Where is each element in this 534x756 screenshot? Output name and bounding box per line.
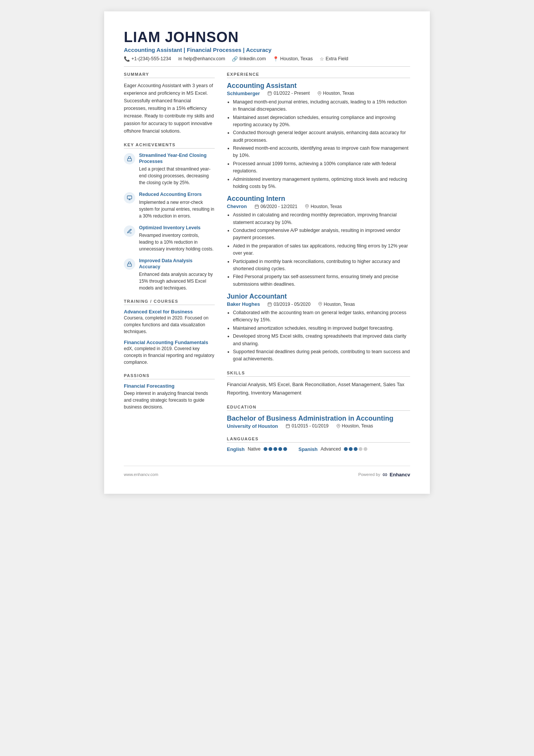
achievement-icon [124,258,135,270]
bullet: Aided in the preparation of sales tax ap… [233,243,410,257]
languages-label: LANGUAGES [227,437,410,443]
filled-dot [264,447,267,451]
education-list: Bachelor of Business Administration in A… [227,415,410,429]
achievement-icon [124,153,135,164]
svg-rect-8 [255,205,258,208]
bullet: Participated in monthly bank reconciliat… [233,258,410,273]
achievement-item: Streamlined Year-End Closing Processes L… [124,152,215,186]
filled-dot [344,447,348,451]
achievements-list: Streamlined Year-End Closing Processes L… [124,152,215,292]
job-date: 01/2022 - Present [267,91,309,96]
course-desc: Coursera, completed in 2020. Focused on … [124,315,215,335]
language-item: English Native [227,446,287,452]
candidate-title: Accounting Assistant | Financial Process… [124,47,410,53]
job-meta: Chevron 06/2020 - 12/2021 Houston, Texas [227,203,410,209]
languages-list: English Native Spanish Advanced [227,446,410,452]
right-column: EXPERIENCE Accounting Assistant Schlumbe… [227,72,410,452]
footer-powered: Powered by ∞ Enhancv [358,471,410,479]
bullet: Filed Personal property tax self-assessm… [233,273,410,288]
job-bullets: Collaborated with the accounting team on… [227,309,410,363]
passion-desc: Deep interest in analyzing financial tre… [124,390,215,410]
phone-contact: 📞 +1-(234)-555-1234 [124,56,171,62]
achievement-item: Improved Data Analysis Accuracy Enhanced… [124,258,215,292]
star-icon: ☆ [320,56,324,62]
lang-level: Native [248,446,261,452]
achievement-title: Reduced Accounting Errors [139,191,215,197]
lang-dots [344,447,367,451]
education-label: EDUCATION [227,405,410,411]
filled-dot [354,447,358,451]
email-icon: ✉ [178,56,182,62]
svg-point-7 [319,92,320,94]
bullet: Managed month-end journal entries, inclu… [233,99,410,113]
job-title: Junior Accountant [227,293,410,301]
achievement-desc: Revamped inventory controls, leading to … [139,232,215,252]
edu-school: University of Houston [227,423,278,429]
summary-text: Eager Accounting Assistant with 3 years … [124,82,215,135]
filled-dot [349,447,353,451]
achievement-title: Improved Data Analysis Accuracy [139,258,215,270]
experience-list: Accounting Assistant Schlumberger 01/202… [227,82,410,363]
skills-text: Financial Analysis, MS Excel, Bank Recon… [227,380,410,397]
bullet: Developed strong MS Excel skills, creati… [233,333,410,347]
course-title: Financial Accounting Fundamentals [124,340,215,345]
language-item: Spanish Advanced [298,446,367,452]
achievement-item: Optimized Inventory Levels Revamped inve… [124,225,215,252]
experience-label: EXPERIENCE [227,72,410,78]
linkedin-icon: 🔗 [232,56,238,62]
body-columns: SUMMARY Eager Accounting Assistant with … [124,72,410,452]
course-item: Advanced Excel for Business Coursera, co… [124,309,215,335]
lang-name: English [227,446,245,452]
svg-rect-2 [128,264,132,266]
job-meta: Schlumberger 01/2022 - Present Houston, … [227,91,410,96]
filled-dot [278,447,282,451]
job-location: Houston, Texas [305,204,342,209]
brand-logo-icon: ∞ [383,471,387,479]
linkedin-value: linkedin.com [239,56,265,61]
job-company: Chevron [227,203,247,209]
page-footer: www.enhancv.com Powered by ∞ Enhancv [124,466,410,479]
job-title: Accounting Assistant [227,82,410,90]
svg-point-17 [320,303,321,304]
svg-point-22 [338,425,339,426]
edu-meta: University of Houston 01/2015 - 01/2019 … [227,423,410,429]
candidate-name: LIAM JOHNSON [124,30,410,45]
training-list: Advanced Excel for Business Coursera, co… [124,309,215,366]
empty-dot [359,447,362,451]
powered-by-text: Powered by [358,472,380,477]
header-section: LIAM JOHNSON Accounting Assistant | Fina… [124,30,410,62]
skills-label: SKILLS [227,371,410,377]
email-contact: ✉ help@enhancv.com [178,56,225,62]
email-value: help@enhancv.com [184,56,225,61]
bullet: Maintained asset depreciation schedules,… [233,114,410,129]
passions-list: Financial Forecasting Deep interest in a… [124,383,215,410]
achievement-item: Reduced Accounting Errors Implemented a … [124,191,215,219]
achievement-desc: Enhanced data analysis accuracy by 15% t… [139,271,215,291]
resume-page: LIAM JOHNSON Accounting Assistant | Fina… [104,11,430,494]
job-block: Junior Accountant Baker Hughes 03/2019 -… [227,293,410,363]
passion-title: Financial Forecasting [124,383,215,389]
achievement-title: Streamlined Year-End Closing Processes [139,152,215,165]
bullet: Conducted thorough general ledger accoun… [233,129,410,144]
svg-rect-0 [128,158,132,161]
location-icon: 📍 [273,56,279,62]
job-block: Accounting Intern Chevron 06/2020 - 12/2… [227,195,410,288]
job-date: 06/2020 - 12/2021 [255,204,297,209]
achievements-label: KEY ACHIEVEMENTS [124,142,215,149]
job-location: Houston, Texas [318,302,355,307]
lang-level: Advanced [321,446,341,452]
svg-rect-1 [127,196,132,199]
left-column: SUMMARY Eager Accounting Assistant with … [124,72,215,452]
bullet: Reviewed month-end accounts, identifying… [233,145,410,160]
bullet: Assisted in calculating and recording mo… [233,211,410,226]
job-bullets: Assisted in calculating and recording mo… [227,211,410,288]
course-item: Financial Accounting Fundamentals edX, c… [124,340,215,366]
lang-name: Spanish [298,446,318,452]
job-location: Houston, Texas [317,91,354,96]
svg-point-12 [306,206,308,207]
brand-name: Enhancv [390,472,410,477]
job-meta: Baker Hughes 03/2019 - 05/2020 Houston, … [227,301,410,307]
bullet: Maintained amortization schedules, resul… [233,325,410,332]
job-date: 03/2019 - 05/2020 [267,302,310,307]
svg-rect-3 [268,92,272,95]
